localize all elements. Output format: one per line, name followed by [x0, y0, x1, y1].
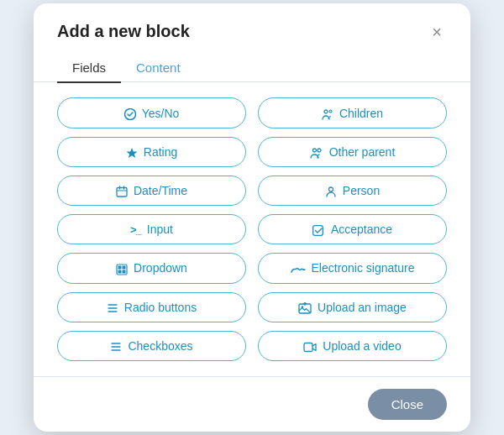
svg-rect-14 [123, 265, 126, 269]
svg-rect-6 [117, 188, 127, 197]
modal-overlay: Add a new block × Fields Content Yes/No … [0, 0, 504, 435]
svg-point-1 [324, 110, 328, 113]
field-btn-acceptance[interactable]: Acceptance [258, 214, 447, 244]
field-btn-children[interactable]: Children [258, 97, 447, 128]
fields-grid: Yes/No Children Rating [34, 97, 470, 376]
upload-image-icon [298, 301, 312, 314]
field-btn-dropdown[interactable]: Dropdown [57, 253, 246, 283]
field-btn-datetime[interactable]: Date/Time [57, 176, 246, 206]
field-label-electronic-signature: Electronic signature [312, 261, 415, 275]
close-x-button[interactable]: × [427, 22, 447, 42]
field-label-other-parent: Other parent [329, 145, 396, 159]
field-btn-checkboxes[interactable]: Checkboxes [57, 331, 246, 361]
field-btn-electronic-signature[interactable]: Electronic signature [258, 253, 447, 283]
close-button[interactable]: Close [368, 389, 447, 420]
acceptance-icon [312, 223, 325, 236]
svg-point-2 [329, 110, 332, 113]
svg-rect-26 [304, 343, 312, 351]
field-btn-upload-video[interactable]: Upload a video [258, 331, 447, 361]
field-btn-rating[interactable]: Rating [57, 137, 246, 167]
field-label-checkboxes: Checkboxes [128, 339, 192, 353]
person-icon [325, 184, 337, 197]
upload-video-icon [303, 339, 317, 353]
field-btn-person[interactable]: Person [258, 176, 447, 206]
rating-icon [126, 145, 138, 159]
radio-buttons-icon [107, 301, 118, 314]
field-btn-input[interactable]: >_ Input [57, 214, 246, 244]
tabs-bar: Fields Content [34, 54, 470, 83]
datetime-icon [116, 184, 128, 197]
svg-marker-3 [126, 148, 137, 158]
dropdown-icon [116, 261, 128, 275]
svg-point-5 [318, 149, 321, 152]
field-label-upload-image: Upload an image [318, 301, 407, 314]
svg-rect-15 [118, 270, 122, 273]
field-label-upload-video: Upload a video [323, 339, 401, 353]
tab-content[interactable]: Content [121, 54, 196, 83]
field-label-rating: Rating [144, 145, 177, 159]
modal-header: Add a new block × [34, 3, 470, 54]
field-label-acceptance: Acceptance [331, 223, 392, 236]
field-label-input: Input [147, 223, 173, 236]
field-label-children: Children [339, 107, 383, 120]
svg-point-4 [312, 149, 316, 152]
field-label-dropdown: Dropdown [134, 261, 187, 275]
svg-rect-16 [123, 270, 126, 273]
field-btn-other-parent[interactable]: Other parent [258, 137, 447, 167]
svg-rect-13 [118, 265, 122, 269]
children-icon [322, 106, 333, 119]
electronic-signature-icon [291, 261, 306, 275]
field-label-person: Person [343, 184, 380, 197]
field-label-radio-buttons: Radio buttons [124, 301, 197, 314]
modal-title: Add a new block [57, 22, 190, 41]
field-btn-radio-buttons[interactable]: Radio buttons [57, 292, 246, 322]
tab-fields[interactable]: Fields [57, 54, 121, 83]
add-block-modal: Add a new block × Fields Content Yes/No … [34, 3, 470, 432]
other-parent-icon [310, 145, 323, 159]
field-label-datetime: Date/Time [134, 184, 187, 197]
svg-point-10 [328, 187, 333, 191]
svg-rect-11 [313, 226, 323, 236]
yes-no-icon [124, 106, 136, 119]
modal-footer: Close [34, 376, 470, 432]
field-label-yes-no: Yes/No [142, 107, 180, 120]
input-icon: >_ [130, 223, 141, 236]
checkboxes-icon [110, 339, 122, 353]
field-btn-yes-no[interactable]: Yes/No [57, 97, 246, 128]
field-btn-upload-image[interactable]: Upload an image [258, 292, 447, 322]
